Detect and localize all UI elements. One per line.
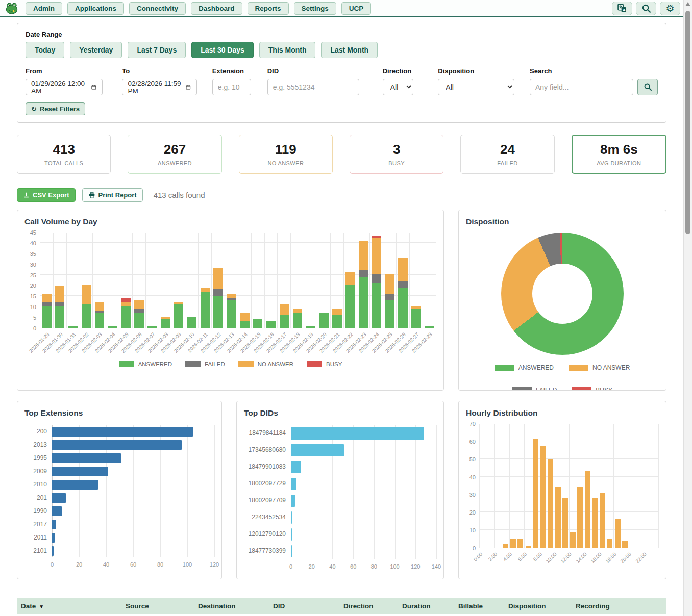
bar-slot [251, 233, 264, 328]
column-header-duration[interactable]: Duration [398, 598, 454, 614]
search-input[interactable] [530, 79, 633, 95]
scrollbar-up-arrow[interactable] [685, 2, 690, 6]
direction-select[interactable]: All [383, 79, 414, 95]
legend-label: NO ANSWER [258, 361, 293, 367]
range-today-button[interactable]: Today [26, 42, 64, 58]
bar-slots [40, 233, 436, 328]
range-thismonth-button[interactable]: This Month [259, 42, 316, 58]
category-label: 200 [24, 425, 52, 438]
date-range-label: Date Range [26, 31, 658, 38]
chart-legend: ANSWEREDNO ANSWERFAILEDBUSY [466, 364, 659, 391]
bar [52, 493, 66, 503]
call-volume-chart: 0510152025303540452026-01-292026-01-3020… [24, 233, 436, 367]
y-tick-label: 5 [33, 315, 36, 321]
bar [345, 272, 355, 328]
bar-slot [561, 424, 569, 548]
nav-item-reports[interactable]: Reports [248, 2, 289, 15]
bar [526, 546, 531, 548]
donut-chart [501, 233, 624, 355]
stat-value: 267 [128, 142, 221, 158]
bar-row [52, 438, 214, 451]
legend-item[interactable]: BUSY [572, 387, 612, 391]
search-button[interactable] [636, 2, 656, 15]
nav-item-connectivity[interactable]: Connectivity [129, 2, 186, 15]
category-label: 2009 [24, 465, 52, 478]
bar [42, 294, 51, 328]
nav-item-dashboard[interactable]: Dashboard [191, 2, 242, 15]
bar-segment [562, 498, 567, 548]
from-datetime-input[interactable]: 01/29/2026 12:00 AM [26, 79, 103, 95]
nav-item-admin[interactable]: Admin [26, 2, 62, 15]
calendar-icon[interactable] [185, 84, 191, 91]
refresh-icon: ↻ [31, 105, 37, 113]
column-header-did[interactable]: DID [269, 598, 339, 614]
disposition-select[interactable]: All [438, 79, 514, 95]
x-tick-label: 80 [157, 561, 163, 568]
to-datetime-input[interactable]: 02/28/2026 11:59 PM [122, 79, 196, 95]
calendar-icon[interactable] [91, 84, 97, 91]
search-submit-button[interactable] [637, 79, 658, 95]
column-header-source[interactable]: Source [121, 598, 194, 614]
chart-title: Hourly Distribution [466, 408, 659, 418]
range-yesterday-button[interactable]: Yesterday [70, 42, 122, 58]
reset-filters-button[interactable]: ↻ Reset Filters [26, 102, 85, 115]
stat-value: 24 [461, 142, 554, 158]
x-tick-label: 20:00 [620, 551, 632, 564]
scrollbar-thumb[interactable] [685, 11, 690, 234]
bar [201, 288, 210, 328]
bar [68, 326, 78, 328]
search-label: Search [530, 67, 658, 75]
disposition-chart: ANSWEREDNO ANSWERFAILEDBUSY [466, 233, 659, 391]
legend-item[interactable]: NO ANSWER [238, 361, 293, 367]
print-report-button[interactable]: Print Report [82, 188, 143, 202]
x-tick-label: 140 [432, 563, 441, 570]
bar [385, 274, 394, 328]
bar-slot [613, 424, 621, 548]
range-last7-button[interactable]: Last 7 Days [128, 42, 186, 58]
category-label: 12012790120 [244, 526, 291, 543]
bar-segment [540, 446, 546, 548]
column-header-disposition[interactable]: Disposition [504, 598, 572, 614]
y-tick-label: 20 [30, 283, 36, 289]
bar [227, 294, 236, 328]
csv-export-button[interactable]: CSV Export [17, 188, 76, 202]
bar-slot [532, 424, 539, 548]
nav-item-settings[interactable]: Settings [294, 2, 336, 15]
legend-swatch [572, 387, 591, 391]
settings-button[interactable]: ⚙ [660, 2, 680, 15]
range-last30-button[interactable]: Last 30 Days [191, 42, 254, 58]
bar-segment [372, 238, 381, 274]
column-header-recording[interactable]: Recording [572, 598, 666, 614]
legend-swatch [119, 361, 134, 367]
legend-item[interactable]: FAILED [185, 361, 225, 367]
nav-item-ucp[interactable]: UCP [341, 2, 372, 15]
legend-item[interactable]: ANSWERED [119, 361, 172, 367]
column-header-destination[interactable]: Destination [194, 598, 269, 614]
language-button[interactable]: A [612, 2, 632, 15]
bar [359, 241, 368, 328]
search-icon [644, 83, 652, 91]
bar [398, 258, 407, 328]
x-tick-label: 10:00 [545, 551, 558, 564]
vertical-scrollbar[interactable] [683, 0, 692, 616]
column-header-billable[interactable]: Billable [454, 598, 504, 614]
bar-segment [68, 326, 78, 328]
range-lastmonth-button[interactable]: Last Month [321, 42, 378, 58]
column-header-direction[interactable]: Direction [339, 598, 398, 614]
bar-segment [121, 298, 130, 302]
frog-logo-icon[interactable] [5, 2, 18, 15]
bar-segment [345, 272, 355, 285]
column-header-date[interactable]: Date▼ [17, 598, 121, 614]
bar-slot [539, 424, 547, 548]
legend-item[interactable]: BUSY [307, 361, 342, 367]
extension-input[interactable] [212, 79, 251, 95]
bar [52, 506, 62, 516]
did-input[interactable] [267, 79, 359, 95]
nav-item-applications[interactable]: Applications [67, 2, 124, 15]
bar-segment [108, 326, 117, 328]
legend-item[interactable]: FAILED [512, 387, 557, 391]
bar-row [291, 475, 436, 492]
legend-item[interactable]: NO ANSWER [569, 364, 630, 371]
bar-segment [319, 313, 328, 328]
legend-item[interactable]: ANSWERED [495, 364, 554, 371]
